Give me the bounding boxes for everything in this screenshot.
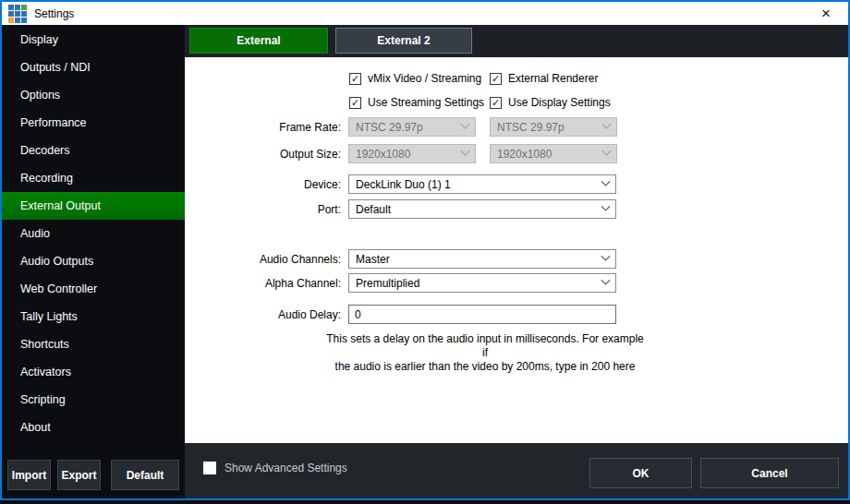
checkbox-vmix-video-streaming[interactable]: ✓ vMix Video / Streaming [349, 72, 481, 85]
alpha-channel-row: Alpha Channel: Premultiplied [185, 273, 616, 293]
chevron-down-icon [602, 120, 612, 129]
chevron-down-icon [461, 147, 470, 156]
chevron-down-icon [601, 202, 611, 211]
show-advanced-settings-checkbox[interactable]: Show Advanced Settings [203, 462, 347, 474]
title-bar: Settings × [2, 2, 848, 25]
checkbox-box: ✓ [490, 97, 502, 109]
sidebar-item-options[interactable]: Options [2, 81, 185, 109]
sidebar-nav: Display Outputs / NDI Options Performanc… [2, 26, 185, 441]
audio-delay-help-text: This sets a delay on the audio input in … [323, 332, 647, 374]
tab-external-2[interactable]: External 2 [335, 28, 472, 54]
chevron-down-icon [601, 252, 611, 261]
sidebar-item-outputs-ndi[interactable]: Outputs / NDI [2, 54, 185, 81]
frame-rate-label: Frame Rate: [185, 121, 341, 134]
sidebar-item-scripting[interactable]: Scripting [2, 386, 185, 414]
sidebar-item-performance[interactable]: Performance [2, 109, 185, 137]
sidebar-item-external-output[interactable]: External Output [2, 192, 185, 220]
output-size-select-1: 1920x1080 [348, 144, 476, 163]
chevron-down-icon [601, 276, 611, 285]
sidebar-item-decoders[interactable]: Decoders [2, 137, 185, 164]
chevron-down-icon [461, 120, 470, 129]
checkbox-label: vMix Video / Streaming [368, 72, 481, 85]
port-select[interactable]: Default [348, 199, 616, 219]
window-title: Settings [34, 7, 74, 20]
checkbox-label: Use Display Settings [508, 96, 611, 109]
sidebar-item-display[interactable]: Display [2, 26, 185, 54]
port-row: Port: Default [185, 199, 616, 219]
audio-delay-row: Audio Delay: [185, 305, 616, 324]
sidebar-item-recording[interactable]: Recording [2, 164, 185, 192]
audio-delay-label: Audio Delay: [185, 308, 341, 321]
checkbox-box: ✓ [349, 97, 361, 109]
checkbox-box [203, 462, 216, 474]
alpha-channel-label: Alpha Channel: [185, 277, 341, 290]
sidebar-item-about[interactable]: About [2, 414, 185, 441]
checkbox-box: ✓ [349, 73, 361, 85]
close-icon[interactable]: × [814, 2, 838, 25]
output-size-select-2: 1920x1080 [490, 144, 617, 163]
frame-rate-row: Frame Rate: NTSC 29.97p NTSC 29.97p [185, 117, 617, 137]
audio-channels-row: Audio Channels: Master [185, 249, 616, 269]
export-button[interactable]: Export [57, 460, 101, 490]
checkbox-use-streaming-settings[interactable]: ✓ Use Streaming Settings [349, 96, 484, 109]
sidebar-item-shortcuts[interactable]: Shortcuts [2, 330, 185, 358]
cancel-button[interactable]: Cancel [700, 458, 839, 488]
sidebar-item-audio-outputs[interactable]: Audio Outputs [2, 247, 185, 275]
default-button[interactable]: Default [111, 460, 179, 490]
port-label: Port: [185, 203, 341, 216]
sidebar-item-web-controller[interactable]: Web Controller [2, 275, 185, 303]
sidebar-item-tally-lights[interactable]: Tally Lights [2, 303, 185, 330]
device-label: Device: [185, 178, 341, 191]
output-size-label: Output Size: [185, 148, 341, 161]
sidebar: Display Outputs / NDI Options Performanc… [2, 25, 185, 498]
settings-window: Settings × Display Outputs / NDI Options… [0, 0, 850, 500]
chevron-down-icon [601, 177, 611, 186]
audio-channels-select[interactable]: Master [348, 249, 616, 269]
footer-bar: Show Advanced Settings OK Cancel [185, 443, 848, 498]
tab-external[interactable]: External [189, 28, 328, 54]
external-output-panel: ✓ vMix Video / Streaming ✓ External Rend… [185, 57, 848, 443]
output-size-row: Output Size: 1920x1080 1920x1080 [185, 144, 617, 163]
device-select[interactable]: DeckLink Duo (1) 1 [348, 174, 616, 194]
chevron-down-icon [602, 147, 612, 156]
vmix-logo-icon [8, 5, 27, 23]
settings-app: Settings × Display Outputs / NDI Options… [0, 0, 850, 504]
device-row: Device: DeckLink Duo (1) 1 [185, 174, 616, 194]
audio-channels-label: Audio Channels: [185, 253, 341, 266]
alpha-channel-select[interactable]: Premultiplied [348, 273, 616, 293]
checkbox-use-display-settings[interactable]: ✓ Use Display Settings [490, 96, 611, 109]
sidebar-item-audio[interactable]: Audio [2, 220, 185, 247]
checkbox-label: Show Advanced Settings [225, 462, 347, 474]
checkbox-external-renderer[interactable]: ✓ External Renderer [490, 72, 598, 85]
frame-rate-select-2: NTSC 29.97p [490, 117, 617, 137]
tab-bar: External External 2 [185, 25, 848, 57]
sidebar-item-activators[interactable]: Activators [2, 358, 185, 386]
audio-delay-input[interactable] [348, 305, 616, 324]
frame-rate-select-1: NTSC 29.97p [348, 117, 476, 137]
checkbox-box: ✓ [490, 73, 502, 85]
sidebar-footer-buttons: Import Export Default [2, 460, 185, 491]
checkbox-label: External Renderer [508, 72, 598, 85]
import-button[interactable]: Import [7, 460, 51, 490]
checkbox-label: Use Streaming Settings [368, 96, 484, 109]
ok-button[interactable]: OK [589, 458, 692, 488]
